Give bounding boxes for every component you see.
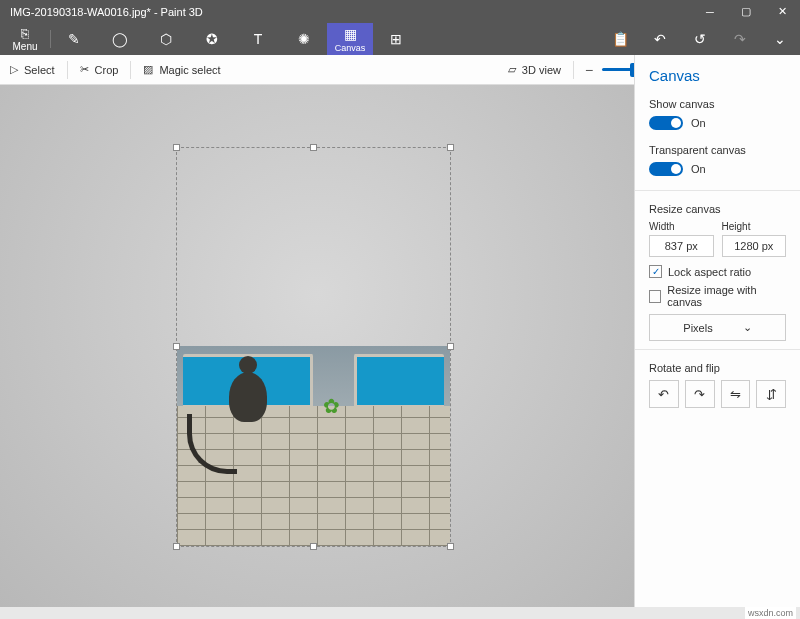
rotate-flip-label: Rotate and flip	[649, 362, 786, 374]
resize-handle-tl[interactable]	[173, 144, 180, 151]
magic-label: Magic select	[159, 64, 220, 76]
library-icon: ⊞	[390, 31, 402, 47]
magic-select-button[interactable]: ▨Magic select	[133, 55, 230, 84]
units-dropdown[interactable]: Pixels ⌄	[649, 314, 786, 341]
redo-button[interactable]: ↷	[720, 23, 760, 55]
transparent-canvas-toggle[interactable]	[649, 162, 683, 176]
resize-image-checkbox[interactable]	[649, 290, 661, 303]
3d-view-label: 3D view	[522, 64, 561, 76]
title-bar: IMG-20190318-WA0016.jpg* - Paint 3D ─ ▢ …	[0, 0, 800, 23]
image-plant: ✿	[323, 394, 340, 418]
resize-handle-tr[interactable]	[447, 144, 454, 151]
text-tool[interactable]: T	[235, 23, 281, 55]
brushes-tool[interactable]: ✎	[51, 23, 97, 55]
separator	[67, 61, 68, 79]
flip-v-icon: ⇵	[766, 387, 777, 402]
canvas-label: Canvas	[335, 43, 366, 53]
separator	[573, 61, 574, 79]
resize-handle-br[interactable]	[447, 543, 454, 550]
resize-handle-mr[interactable]	[447, 343, 454, 350]
rotate-cw-button[interactable]: ↷	[685, 380, 715, 408]
history-icon: ↺	[694, 31, 706, 47]
image-content: ✿	[177, 346, 450, 546]
text-icon: T	[254, 31, 263, 47]
history-button[interactable]: ↺	[680, 23, 720, 55]
3d-view-icon: ▱	[508, 63, 516, 76]
redo-icon: ↷	[734, 31, 746, 47]
rotate-ccw-button[interactable]: ↶	[649, 380, 679, 408]
rotate-cw-icon: ↷	[694, 387, 705, 402]
resize-handle-ml[interactable]	[173, 343, 180, 350]
lock-aspect-row[interactable]: ✓ Lock aspect ratio	[649, 265, 786, 278]
pointer-icon: ▷	[10, 63, 18, 76]
flip-h-icon: ⇋	[730, 387, 741, 402]
undo-button[interactable]: ↶	[640, 23, 680, 55]
crop-label: Crop	[95, 64, 119, 76]
show-canvas-toggle[interactable]	[649, 116, 683, 130]
panel-title: Canvas	[649, 67, 786, 84]
lock-aspect-label: Lock aspect ratio	[668, 266, 751, 278]
ribbon-toolbar: ⎘ Menu ✎ ◯ ⬡ ✪ T ✺ ▦ Canvas ⊞ 📋 ↶ ↺ ↷ ⌄	[0, 23, 800, 55]
chevron-down-icon: ⌄	[774, 31, 786, 47]
selection-box[interactable]: ✿	[176, 147, 451, 547]
crop-button[interactable]: ✂Crop	[70, 55, 129, 84]
show-canvas-label: Show canvas	[649, 98, 786, 110]
minimize-button[interactable]: ─	[692, 0, 728, 23]
menu-button[interactable]: ⎘ Menu	[0, 26, 50, 52]
2d-shapes-tool[interactable]: ◯	[97, 23, 143, 55]
separator	[130, 61, 131, 79]
select-label: Select	[24, 64, 55, 76]
brush-icon: ✎	[68, 31, 80, 47]
transparent-canvas-label: Transparent canvas	[649, 144, 786, 156]
resize-handle-tm[interactable]	[310, 144, 317, 151]
3d-library-tool[interactable]: ⊞	[373, 23, 419, 55]
height-input[interactable]: 1280 px	[722, 235, 787, 257]
zoom-out-button[interactable]: −	[576, 62, 602, 78]
crop-icon: ✂	[80, 63, 89, 76]
resize-image-row[interactable]: Resize image with canvas	[649, 284, 786, 308]
menu-label: Menu	[0, 41, 50, 52]
stickers-icon: ✪	[206, 31, 218, 47]
resize-image-label: Resize image with canvas	[667, 284, 786, 308]
close-button[interactable]: ✕	[764, 0, 800, 23]
width-input[interactable]: 837 px	[649, 235, 714, 257]
transparent-canvas-state: On	[691, 163, 706, 175]
shapes-2d-icon: ◯	[112, 31, 128, 47]
effects-tool[interactable]: ✺	[281, 23, 327, 55]
chevron-down-icon: ⌄	[743, 321, 752, 334]
canvas-tool[interactable]: ▦ Canvas	[327, 23, 373, 55]
canvas-workspace[interactable]: ✿	[0, 85, 634, 607]
show-canvas-state: On	[691, 117, 706, 129]
paste-icon: 📋	[612, 31, 629, 47]
image-monkey	[229, 372, 267, 422]
canvas-icon: ▦	[344, 26, 357, 42]
undo-icon: ↶	[654, 31, 666, 47]
units-value: Pixels	[683, 322, 712, 334]
resize-handle-bm[interactable]	[310, 543, 317, 550]
flip-horizontal-button[interactable]: ⇋	[721, 380, 751, 408]
3d-shapes-tool[interactable]: ⬡	[143, 23, 189, 55]
image-window-right	[354, 354, 444, 408]
3d-view-button[interactable]: ▱3D view	[498, 55, 571, 84]
shapes-3d-icon: ⬡	[160, 31, 172, 47]
width-label: Width	[649, 221, 714, 232]
canvas-panel: Canvas Show canvas On Transparent canvas…	[634, 55, 800, 607]
resize-canvas-label: Resize canvas	[649, 203, 786, 215]
maximize-button[interactable]: ▢	[728, 0, 764, 23]
window-title: IMG-20190318-WA0016.jpg* - Paint 3D	[0, 6, 692, 18]
lock-aspect-checkbox[interactable]: ✓	[649, 265, 662, 278]
divider	[635, 349, 800, 350]
resize-handle-bl[interactable]	[173, 543, 180, 550]
magic-icon: ▨	[143, 63, 153, 76]
divider	[635, 190, 800, 191]
flip-vertical-button[interactable]: ⇵	[756, 380, 786, 408]
height-label: Height	[722, 221, 787, 232]
effects-icon: ✺	[298, 31, 310, 47]
expand-button[interactable]: ⌄	[760, 23, 800, 55]
watermark: wsxdn.com	[745, 607, 796, 619]
paste-button[interactable]: 📋	[600, 23, 640, 55]
stickers-tool[interactable]: ✪	[189, 23, 235, 55]
select-button[interactable]: ▷Select	[0, 55, 65, 84]
rotate-ccw-icon: ↶	[658, 387, 669, 402]
